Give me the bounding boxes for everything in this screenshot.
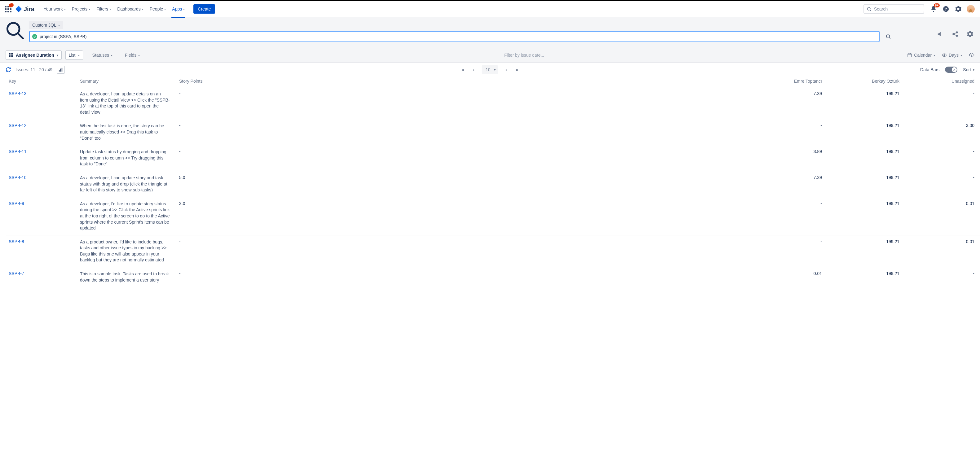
create-button[interactable]: Create — [193, 4, 215, 14]
eye-icon — [942, 53, 947, 58]
table-row[interactable]: SSPB-12When the last task is done, the s… — [6, 119, 980, 145]
chevron-down-icon: ▾ — [111, 54, 113, 57]
table-row[interactable]: SSPB-9As a developer, I'd like to update… — [6, 197, 980, 235]
status-row: Issues: 11 - 20 / 49 « ‹ 10 ▾ › » Data B… — [0, 63, 980, 76]
issue-link[interactable]: SSPB-11 — [9, 149, 27, 154]
chevron-down-icon: ▾ — [961, 54, 962, 57]
issue-link[interactable]: SSPB-10 — [9, 175, 27, 180]
table-row[interactable]: SSPB-11Update task status by dragging an… — [6, 145, 980, 171]
svg-line-1 — [870, 10, 871, 11]
svg-point-0 — [867, 8, 870, 10]
profile-avatar[interactable] — [966, 4, 976, 14]
app-switcher-icon[interactable] — [4, 5, 12, 13]
sort-dropdown[interactable]: Sort ▾ — [963, 67, 974, 72]
run-search-button[interactable] — [884, 32, 892, 41]
pager-next[interactable]: › — [504, 66, 508, 73]
cell-story-points: - — [176, 145, 213, 171]
pager-prev[interactable]: ‹ — [472, 66, 476, 73]
fields-dropdown[interactable]: Fields ▾ — [124, 51, 141, 59]
jira-logo[interactable]: Jira — [15, 5, 34, 13]
query-mode-dropdown[interactable]: Custom JQL ▾ — [29, 21, 63, 29]
jira-mark-icon — [15, 5, 22, 13]
cell-summary: As a developer, I can update story and t… — [77, 171, 176, 197]
pager-first[interactable]: « — [461, 66, 466, 73]
validation-ok-icon — [32, 34, 37, 39]
issue-link[interactable]: SSPB-9 — [9, 201, 24, 206]
global-search-input[interactable] — [874, 6, 928, 11]
col-header-summary[interactable]: Summary — [77, 76, 176, 87]
settings-icon[interactable] — [966, 30, 974, 38]
filter-date-placeholder[interactable]: Filter by issue date... — [504, 53, 544, 58]
statuses-dropdown[interactable]: Statuses ▾ — [91, 51, 114, 59]
cell-unassigned: - — [902, 171, 980, 197]
cell-story-points: - — [176, 119, 213, 145]
jql-input[interactable]: project in (SSPA, SSPB) — [40, 34, 877, 39]
cell-summary: As a developer, I can update details on … — [77, 87, 176, 119]
nav-your-work[interactable]: Your work▾ — [41, 5, 68, 13]
announce-icon[interactable] — [936, 30, 945, 38]
svg-rect-22 — [908, 54, 912, 57]
nav-filters[interactable]: Filters▾ — [94, 5, 113, 13]
cell-unassigned: - — [902, 267, 980, 287]
col-header-key[interactable]: Key — [6, 76, 77, 87]
cell-person2: 199.21 — [825, 87, 902, 119]
cell-summary: As a product owner, I'd like to include … — [77, 235, 176, 267]
data-bars-toggle[interactable]: ✕ — [945, 67, 958, 73]
global-search[interactable] — [864, 4, 924, 14]
svg-text:?: ? — [945, 7, 947, 11]
svg-rect-14 — [11, 53, 12, 54]
days-dropdown[interactable]: Days ▾ — [942, 53, 962, 58]
issue-link[interactable]: SSPB-13 — [9, 91, 27, 96]
list-dropdown[interactable]: List ▾ — [65, 51, 83, 60]
top-icons: 9+ ? — [929, 4, 976, 14]
issue-link[interactable]: SSPB-8 — [9, 239, 24, 244]
filter-bar: Assignee Duration ▾ List ▾ Statuses ▾ Fi… — [0, 48, 980, 63]
cell-summary: As a developer, I'd like to update story… — [77, 197, 176, 235]
pager-last[interactable]: » — [514, 66, 519, 73]
nav-items: Your work▾ Projects▾ Filters▾ Dashboards… — [41, 5, 187, 13]
nav-dashboards[interactable]: Dashboards▾ — [115, 5, 146, 13]
chevron-down-icon: ▾ — [138, 54, 140, 57]
col-header-person2[interactable]: Berkay Öztürk — [825, 76, 902, 87]
cell-person2: 199.21 — [825, 267, 902, 287]
chevron-down-icon: ▾ — [110, 8, 111, 11]
col-header-unassigned[interactable]: Unassigned — [902, 76, 980, 87]
cell-summary: This is a sample task. Tasks are used to… — [77, 267, 176, 287]
nav-apps[interactable]: Apps▾ — [170, 5, 187, 13]
bar-chart-icon — [59, 68, 63, 72]
table-row[interactable]: SSPB-8As a product owner, I'd like to in… — [6, 235, 980, 267]
share-icon[interactable] — [951, 30, 959, 38]
col-header-person1[interactable]: Emre Toptancı — [213, 76, 825, 87]
chart-toggle-button[interactable] — [57, 66, 65, 74]
table-row[interactable]: SSPB-10As a developer, I can update stor… — [6, 171, 980, 197]
svg-rect-16 — [9, 54, 11, 56]
table-row[interactable]: SSPB-7This is a sample task. Tasks are u… — [6, 267, 980, 287]
avatar-icon — [967, 5, 975, 13]
cell-person1: 0.01 — [213, 267, 825, 287]
calendar-dropdown[interactable]: Calendar ▾ — [907, 53, 935, 58]
issue-link[interactable]: SSPB-12 — [9, 123, 27, 128]
chevron-down-icon: ▾ — [183, 8, 185, 11]
svg-line-7 — [889, 38, 890, 38]
chevron-down-icon: ▾ — [973, 68, 974, 71]
jql-input-container[interactable]: project in (SSPA, SSPB) — [29, 31, 880, 42]
col-header-story-points[interactable]: Story Points — [176, 76, 213, 87]
cell-summary: Update task status by dragging and dropp… — [77, 145, 176, 171]
help-button[interactable]: ? — [941, 4, 951, 14]
refresh-button[interactable] — [6, 67, 11, 73]
assignee-duration-dropdown[interactable]: Assignee Duration ▾ — [6, 51, 62, 60]
page-size-select[interactable]: 10 ▾ — [482, 65, 498, 74]
settings-button[interactable] — [953, 4, 963, 14]
table-row[interactable]: SSPB-13As a developer, I can update deta… — [6, 87, 980, 119]
cell-key: SSPB-13 — [6, 87, 77, 119]
issue-link[interactable]: SSPB-7 — [9, 271, 24, 276]
cell-key: SSPB-9 — [6, 197, 77, 235]
cell-key: SSPB-11 — [6, 145, 77, 171]
cell-summary: When the last task is done, the story ca… — [77, 119, 176, 145]
cloud-download-button[interactable] — [969, 52, 974, 58]
cell-unassigned: 0.01 — [902, 197, 980, 235]
notifications-button[interactable]: 9+ — [929, 4, 939, 14]
nav-projects[interactable]: Projects▾ — [69, 5, 93, 13]
nav-people[interactable]: People▾ — [147, 5, 169, 13]
svg-line-12 — [954, 34, 956, 36]
